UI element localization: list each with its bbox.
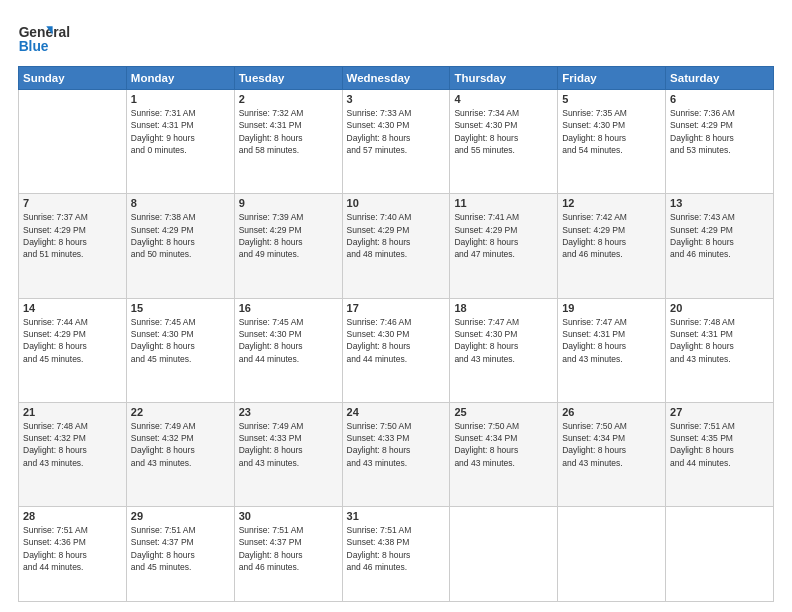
calendar-cell: 9Sunrise: 7:39 AMSunset: 4:29 PMDaylight…	[234, 194, 342, 298]
day-number: 30	[239, 510, 338, 522]
day-info: Sunrise: 7:45 AMSunset: 4:30 PMDaylight:…	[131, 316, 230, 365]
calendar-header-thursday: Thursday	[450, 67, 558, 90]
calendar-cell: 3Sunrise: 7:33 AMSunset: 4:30 PMDaylight…	[342, 90, 450, 194]
day-info: Sunrise: 7:50 AMSunset: 4:33 PMDaylight:…	[347, 420, 446, 469]
day-number: 26	[562, 406, 661, 418]
calendar-cell: 23Sunrise: 7:49 AMSunset: 4:33 PMDayligh…	[234, 402, 342, 506]
day-number: 15	[131, 302, 230, 314]
calendar-cell: 4Sunrise: 7:34 AMSunset: 4:30 PMDaylight…	[450, 90, 558, 194]
calendar-week-row: 21Sunrise: 7:48 AMSunset: 4:32 PMDayligh…	[19, 402, 774, 506]
day-number: 4	[454, 93, 553, 105]
day-info: Sunrise: 7:33 AMSunset: 4:30 PMDaylight:…	[347, 107, 446, 156]
logo: General Blue	[18, 22, 83, 56]
day-number: 3	[347, 93, 446, 105]
calendar-cell: 13Sunrise: 7:43 AMSunset: 4:29 PMDayligh…	[666, 194, 774, 298]
calendar-cell: 1Sunrise: 7:31 AMSunset: 4:31 PMDaylight…	[126, 90, 234, 194]
day-number: 23	[239, 406, 338, 418]
day-number: 5	[562, 93, 661, 105]
day-info: Sunrise: 7:34 AMSunset: 4:30 PMDaylight:…	[454, 107, 553, 156]
day-info: Sunrise: 7:46 AMSunset: 4:30 PMDaylight:…	[347, 316, 446, 365]
calendar-cell: 8Sunrise: 7:38 AMSunset: 4:29 PMDaylight…	[126, 194, 234, 298]
day-info: Sunrise: 7:35 AMSunset: 4:30 PMDaylight:…	[562, 107, 661, 156]
calendar-cell: 25Sunrise: 7:50 AMSunset: 4:34 PMDayligh…	[450, 402, 558, 506]
day-info: Sunrise: 7:51 AMSunset: 4:38 PMDaylight:…	[347, 524, 446, 573]
day-number: 29	[131, 510, 230, 522]
calendar-cell: 15Sunrise: 7:45 AMSunset: 4:30 PMDayligh…	[126, 298, 234, 402]
header: General Blue	[18, 18, 774, 56]
day-info: Sunrise: 7:40 AMSunset: 4:29 PMDaylight:…	[347, 211, 446, 260]
calendar-cell: 22Sunrise: 7:49 AMSunset: 4:32 PMDayligh…	[126, 402, 234, 506]
day-number: 17	[347, 302, 446, 314]
day-info: Sunrise: 7:51 AMSunset: 4:37 PMDaylight:…	[239, 524, 338, 573]
calendar-cell: 18Sunrise: 7:47 AMSunset: 4:30 PMDayligh…	[450, 298, 558, 402]
day-number: 20	[670, 302, 769, 314]
day-number: 13	[670, 197, 769, 209]
day-info: Sunrise: 7:47 AMSunset: 4:31 PMDaylight:…	[562, 316, 661, 365]
day-number: 14	[23, 302, 122, 314]
calendar-header-sunday: Sunday	[19, 67, 127, 90]
day-number: 18	[454, 302, 553, 314]
day-info: Sunrise: 7:51 AMSunset: 4:37 PMDaylight:…	[131, 524, 230, 573]
day-number: 22	[131, 406, 230, 418]
day-number: 10	[347, 197, 446, 209]
calendar-cell: 7Sunrise: 7:37 AMSunset: 4:29 PMDaylight…	[19, 194, 127, 298]
day-number: 24	[347, 406, 446, 418]
day-number: 21	[23, 406, 122, 418]
day-info: Sunrise: 7:37 AMSunset: 4:29 PMDaylight:…	[23, 211, 122, 260]
day-info: Sunrise: 7:38 AMSunset: 4:29 PMDaylight:…	[131, 211, 230, 260]
calendar-table: SundayMondayTuesdayWednesdayThursdayFrid…	[18, 66, 774, 602]
calendar-header-saturday: Saturday	[666, 67, 774, 90]
calendar-cell: 21Sunrise: 7:48 AMSunset: 4:32 PMDayligh…	[19, 402, 127, 506]
day-number: 8	[131, 197, 230, 209]
calendar-week-row: 1Sunrise: 7:31 AMSunset: 4:31 PMDaylight…	[19, 90, 774, 194]
calendar-cell: 17Sunrise: 7:46 AMSunset: 4:30 PMDayligh…	[342, 298, 450, 402]
calendar-cell: 31Sunrise: 7:51 AMSunset: 4:38 PMDayligh…	[342, 507, 450, 602]
day-number: 16	[239, 302, 338, 314]
day-info: Sunrise: 7:49 AMSunset: 4:33 PMDaylight:…	[239, 420, 338, 469]
day-number: 12	[562, 197, 661, 209]
calendar-cell: 20Sunrise: 7:48 AMSunset: 4:31 PMDayligh…	[666, 298, 774, 402]
day-number: 9	[239, 197, 338, 209]
day-number: 25	[454, 406, 553, 418]
calendar-cell	[450, 507, 558, 602]
logo-icon: General Blue	[18, 22, 83, 56]
day-info: Sunrise: 7:50 AMSunset: 4:34 PMDaylight:…	[562, 420, 661, 469]
calendar-cell: 16Sunrise: 7:45 AMSunset: 4:30 PMDayligh…	[234, 298, 342, 402]
calendar-cell: 19Sunrise: 7:47 AMSunset: 4:31 PMDayligh…	[558, 298, 666, 402]
calendar-cell: 30Sunrise: 7:51 AMSunset: 4:37 PMDayligh…	[234, 507, 342, 602]
day-number: 27	[670, 406, 769, 418]
day-number: 28	[23, 510, 122, 522]
day-number: 1	[131, 93, 230, 105]
calendar-header-row: SundayMondayTuesdayWednesdayThursdayFrid…	[19, 67, 774, 90]
calendar-week-row: 14Sunrise: 7:44 AMSunset: 4:29 PMDayligh…	[19, 298, 774, 402]
day-info: Sunrise: 7:51 AMSunset: 4:36 PMDaylight:…	[23, 524, 122, 573]
day-info: Sunrise: 7:48 AMSunset: 4:32 PMDaylight:…	[23, 420, 122, 469]
day-number: 2	[239, 93, 338, 105]
day-info: Sunrise: 7:47 AMSunset: 4:30 PMDaylight:…	[454, 316, 553, 365]
day-info: Sunrise: 7:31 AMSunset: 4:31 PMDaylight:…	[131, 107, 230, 156]
day-info: Sunrise: 7:51 AMSunset: 4:35 PMDaylight:…	[670, 420, 769, 469]
day-info: Sunrise: 7:49 AMSunset: 4:32 PMDaylight:…	[131, 420, 230, 469]
day-number: 6	[670, 93, 769, 105]
day-number: 7	[23, 197, 122, 209]
day-info: Sunrise: 7:44 AMSunset: 4:29 PMDaylight:…	[23, 316, 122, 365]
calendar-header-wednesday: Wednesday	[342, 67, 450, 90]
calendar-header-friday: Friday	[558, 67, 666, 90]
calendar-cell: 6Sunrise: 7:36 AMSunset: 4:29 PMDaylight…	[666, 90, 774, 194]
svg-text:Blue: Blue	[19, 38, 49, 54]
day-info: Sunrise: 7:36 AMSunset: 4:29 PMDaylight:…	[670, 107, 769, 156]
day-info: Sunrise: 7:32 AMSunset: 4:31 PMDaylight:…	[239, 107, 338, 156]
day-info: Sunrise: 7:45 AMSunset: 4:30 PMDaylight:…	[239, 316, 338, 365]
calendar-week-row: 7Sunrise: 7:37 AMSunset: 4:29 PMDaylight…	[19, 194, 774, 298]
day-info: Sunrise: 7:43 AMSunset: 4:29 PMDaylight:…	[670, 211, 769, 260]
calendar-cell: 2Sunrise: 7:32 AMSunset: 4:31 PMDaylight…	[234, 90, 342, 194]
calendar-page: General Blue SundayMondayTuesdayWednesda…	[0, 0, 792, 612]
day-number: 19	[562, 302, 661, 314]
calendar-cell: 28Sunrise: 7:51 AMSunset: 4:36 PMDayligh…	[19, 507, 127, 602]
day-info: Sunrise: 7:50 AMSunset: 4:34 PMDaylight:…	[454, 420, 553, 469]
calendar-cell	[19, 90, 127, 194]
calendar-header-monday: Monday	[126, 67, 234, 90]
day-info: Sunrise: 7:42 AMSunset: 4:29 PMDaylight:…	[562, 211, 661, 260]
day-info: Sunrise: 7:41 AMSunset: 4:29 PMDaylight:…	[454, 211, 553, 260]
day-number: 31	[347, 510, 446, 522]
